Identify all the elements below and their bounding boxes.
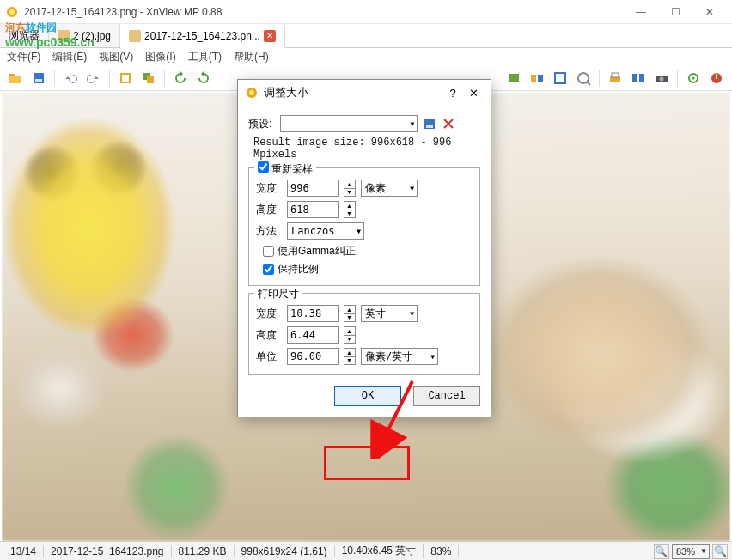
svg-line-31 xyxy=(380,381,412,447)
keep-ratio-checkbox[interactable] xyxy=(263,264,274,275)
result-size-text: Result image size: 996x618 - 996 Mpixels xyxy=(253,137,480,161)
exit-button[interactable] xyxy=(706,68,727,88)
width-input[interactable] xyxy=(287,180,339,197)
minimize-button[interactable]: — xyxy=(624,2,658,22)
print-height-label: 高度 xyxy=(256,328,282,343)
maximize-button[interactable]: ☐ xyxy=(658,2,692,22)
dpi-spinner[interactable]: ▲▼ xyxy=(344,348,356,365)
compare-button[interactable] xyxy=(628,68,649,88)
print-width-label: 宽度 xyxy=(256,307,282,321)
svg-rect-9 xyxy=(509,74,519,82)
annotation-arrow-icon xyxy=(369,376,421,459)
tab-browser[interactable]: 浏览器 xyxy=(0,24,49,47)
zoom-out-button[interactable]: 🔍 xyxy=(654,544,669,559)
svg-rect-3 xyxy=(9,74,15,76)
svg-point-26 xyxy=(249,90,254,95)
dpi-unit-combo[interactable]: 像素/英寸 xyxy=(361,348,438,365)
svg-point-1 xyxy=(9,9,15,15)
menu-file[interactable]: 文件(F) xyxy=(7,50,40,64)
menu-edit[interactable]: 编辑(E) xyxy=(52,50,87,64)
zoom-in-button[interactable]: 🔍 xyxy=(712,544,728,559)
status-dimensions: 998x619x24 (1.61) xyxy=(235,545,335,557)
print-size-group: 打印尺寸 宽度 ▲▼ 英寸 高度 ▲▼ 单位 ▲▼ 像素/英寸 xyxy=(248,293,480,375)
height-spinner[interactable]: ▲▼ xyxy=(344,201,356,218)
redo-button[interactable] xyxy=(83,68,104,88)
resize-dialog: 调整大小 ? ✕ 预设: Result image size: 996x618 … xyxy=(237,79,491,417)
print-width-input[interactable] xyxy=(287,305,339,322)
resample-group: 重新采样 宽度 ▲▼ 像素 高度 ▲▼ 方法 Lanczos 使用Gamma纠正… xyxy=(248,167,480,286)
svg-rect-10 xyxy=(531,75,536,82)
dpi-label: 单位 xyxy=(256,350,282,364)
dialog-help-button[interactable]: ? xyxy=(442,82,463,103)
status-filename: 2017-12-15_164123.png xyxy=(44,545,171,557)
print-button[interactable] xyxy=(605,68,625,88)
dialog-close-button[interactable]: ✕ xyxy=(463,82,484,103)
close-tab-icon[interactable]: ✕ xyxy=(264,30,276,42)
menu-image[interactable]: 图像(I) xyxy=(145,50,175,64)
height-input[interactable] xyxy=(287,201,339,218)
status-filesize: 811.29 KB xyxy=(172,545,235,557)
delete-preset-icon[interactable] xyxy=(442,117,455,131)
svg-rect-16 xyxy=(612,73,619,77)
width-unit-combo[interactable]: 像素 xyxy=(361,180,418,197)
save-preset-icon[interactable] xyxy=(423,117,436,131)
status-physical-size: 10.40x6.45 英寸 xyxy=(335,544,424,558)
menu-view[interactable]: 视图(V) xyxy=(99,50,133,64)
resize-button[interactable] xyxy=(138,68,159,88)
print-height-input[interactable] xyxy=(287,326,339,344)
svg-rect-24 xyxy=(716,74,717,79)
svg-point-20 xyxy=(660,76,664,81)
convert-button[interactable] xyxy=(527,68,547,88)
settings-button[interactable] xyxy=(683,68,704,88)
app-icon xyxy=(5,5,19,19)
method-combo[interactable]: Lanczos xyxy=(287,222,364,240)
menu-tools[interactable]: 工具(T) xyxy=(188,50,222,64)
svg-rect-12 xyxy=(555,73,565,83)
crop-button[interactable] xyxy=(115,68,136,88)
menu-help[interactable]: 帮助(H) xyxy=(234,50,269,64)
preset-label: 预设: xyxy=(248,117,271,131)
print-unit-combo[interactable]: 英寸 xyxy=(361,305,418,322)
zoom-combo[interactable]: 83% xyxy=(672,544,710,559)
slideshow-button[interactable] xyxy=(503,68,524,88)
tab-image-2[interactable]: 2017-12-15_164123.pn... ✕ xyxy=(120,25,285,48)
resample-checkbox[interactable] xyxy=(258,161,269,173)
keep-ratio-label: 保持比例 xyxy=(278,262,319,277)
dialog-title: 调整大小 xyxy=(264,85,442,100)
open-folder-button[interactable] xyxy=(5,68,26,88)
svg-rect-5 xyxy=(35,79,42,82)
dpi-input[interactable] xyxy=(287,348,339,365)
svg-rect-18 xyxy=(639,74,644,82)
rotate-left-button[interactable] xyxy=(170,68,191,88)
status-zoom: 83% xyxy=(424,545,459,557)
color-picker-button[interactable] xyxy=(573,68,594,88)
dialog-icon xyxy=(245,86,259,100)
window-title: 2017-12-15_164123.png - XnView MP 0.88 xyxy=(24,6,624,18)
menu-bar: 文件(F) 编辑(E) 视图(V) 图像(I) 工具(T) 帮助(H) xyxy=(0,48,732,65)
document-tabs: 浏览器 2 (2).jpg 2017-12-15_164123.pn... ✕ xyxy=(0,24,732,48)
svg-rect-6 xyxy=(121,74,130,82)
svg-rect-11 xyxy=(538,75,543,82)
gamma-checkbox[interactable] xyxy=(263,246,274,257)
file-icon xyxy=(129,30,141,42)
window-titlebar: 2017-12-15_164123.png - XnView MP 0.88 —… xyxy=(0,0,732,24)
width-label: 宽度 xyxy=(256,181,282,196)
print-width-spinner[interactable]: ▲▼ xyxy=(344,305,356,322)
capture-button[interactable] xyxy=(651,68,672,88)
method-label: 方法 xyxy=(256,224,282,239)
gamma-label: 使用Gamma纠正 xyxy=(278,244,356,259)
fullscreen-button[interactable] xyxy=(550,68,570,88)
close-window-button[interactable]: ✕ xyxy=(692,2,727,22)
width-spinner[interactable]: ▲▼ xyxy=(344,180,356,197)
print-legend: 打印尺寸 xyxy=(254,287,302,301)
tab-image-1[interactable]: 2 (2).jpg xyxy=(49,24,120,47)
status-bar: 13/14 2017-12-15_164123.png 811.29 KB 99… xyxy=(0,541,732,560)
save-button[interactable] xyxy=(28,68,49,88)
cancel-button[interactable]: Cancel xyxy=(413,386,480,406)
file-icon xyxy=(58,30,70,42)
rotate-right-button[interactable] xyxy=(193,68,214,88)
dialog-titlebar[interactable]: 调整大小 ? ✕ xyxy=(238,80,491,106)
undo-button[interactable] xyxy=(60,68,81,88)
print-height-spinner[interactable]: ▲▼ xyxy=(344,326,356,344)
preset-combo[interactable] xyxy=(280,115,418,132)
